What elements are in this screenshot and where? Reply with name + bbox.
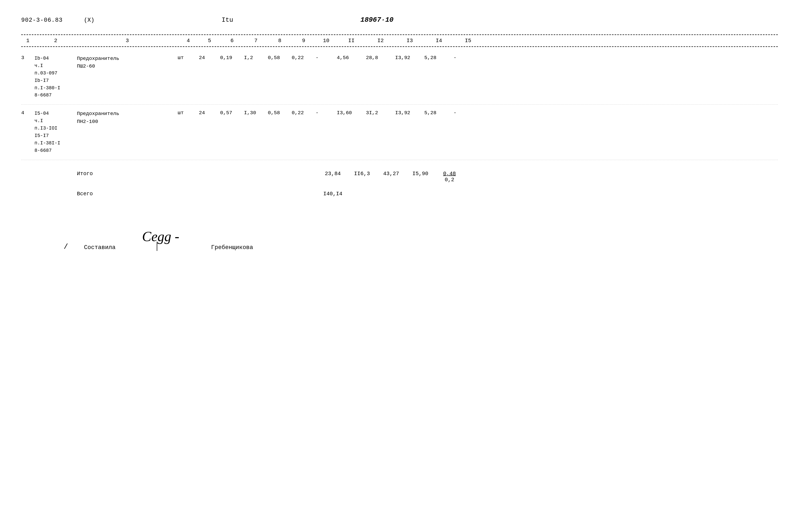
col-header-2: 2 bbox=[35, 38, 77, 44]
vsego-row: Всего I40,I4 bbox=[21, 191, 778, 197]
col-header-1: 1 bbox=[21, 38, 35, 44]
column-headers: 1 2 3 4 5 6 7 8 9 10 II I2 I3 I4 I5 bbox=[21, 35, 778, 47]
header: 902-3-06.83 (X) Itu 18967·10 bbox=[21, 16, 778, 24]
row2-col10: - bbox=[315, 110, 337, 116]
itogo-col15-top: 0,48 bbox=[443, 171, 456, 177]
table-row: 3 Ib-04 ч.I п.03-097 Ib-I7 п.I-380-I 8-6… bbox=[21, 50, 778, 104]
row1-col6: 0,19 bbox=[220, 55, 244, 61]
footer: / Составила Сеgg - Гребенщикова bbox=[21, 229, 778, 251]
row1-col7: I,2 bbox=[244, 55, 268, 61]
col-header-13: I3 bbox=[395, 38, 424, 44]
itogo-row: Итого 23,84 II6,3 43,27 I5,90 0,48 0,2 bbox=[21, 171, 778, 183]
row2-col14: 5,28 bbox=[424, 110, 453, 116]
vsego-col11: I40,I4 bbox=[318, 191, 347, 197]
row2-col6: 0,57 bbox=[220, 110, 244, 116]
row1-col12: 28,8 bbox=[366, 55, 395, 61]
itogo-col14: I5,90 bbox=[406, 171, 435, 177]
itogo-col15-bot: 0,2 bbox=[445, 177, 454, 183]
itu-label: Itu bbox=[222, 16, 233, 23]
col-header-9: 9 bbox=[292, 38, 315, 44]
itogo-label: Итого bbox=[21, 171, 178, 177]
footer-name: Гребенщикова bbox=[211, 244, 253, 251]
itogo-col15: 0,48 0,2 bbox=[435, 171, 464, 183]
table-row: 4 I5-04 ч.I п.I3-IOI I5-I7 п.I-38I-I 8-6… bbox=[21, 104, 778, 160]
row2-col9: 0,22 bbox=[292, 110, 315, 116]
itogo-col11: 23,84 bbox=[318, 171, 347, 177]
row1-col8: 0,58 bbox=[268, 55, 292, 61]
footer-slash: / bbox=[63, 243, 68, 251]
doc-number: 902-3-06.83 bbox=[21, 17, 62, 23]
row1-num: 3 bbox=[21, 55, 35, 61]
itogo-col13: 43,27 bbox=[377, 171, 406, 177]
row1-col9: 0,22 bbox=[292, 55, 315, 61]
row2-col7: I,30 bbox=[244, 110, 268, 116]
row2-col15: - bbox=[453, 110, 483, 116]
row2-col12: 3I,2 bbox=[366, 110, 395, 116]
row2-col5: 24 bbox=[199, 110, 220, 116]
col-header-7: 7 bbox=[244, 38, 268, 44]
row2-num: 4 bbox=[21, 110, 35, 116]
row2-col13: I3,92 bbox=[395, 110, 424, 116]
col-header-6: 6 bbox=[220, 38, 244, 44]
col-header-8: 8 bbox=[268, 38, 292, 44]
row1-ref: Ib-04 ч.I п.03-097 Ib-I7 п.I-380-I 8-668… bbox=[35, 55, 77, 99]
row2-col8: 0,58 bbox=[268, 110, 292, 116]
col-header-3: 3 bbox=[77, 38, 178, 44]
itogo-col12: II6,3 bbox=[347, 171, 377, 177]
row1-col11: 4,56 bbox=[337, 55, 366, 61]
row1-name: Предохранитель ПШ2-60 bbox=[77, 55, 178, 71]
col-header-12: I2 bbox=[366, 38, 395, 44]
row1-col13: I3,92 bbox=[395, 55, 424, 61]
col-header-11: II bbox=[337, 38, 366, 44]
header-code: 18967·10 bbox=[360, 16, 394, 24]
vsego-label: Всего bbox=[21, 191, 178, 197]
col-header-4: 4 bbox=[178, 38, 199, 44]
totals-section: Итого 23,84 II6,3 43,27 I5,90 0,48 0,2 В… bbox=[21, 171, 778, 197]
footer-signature: Сеgg - bbox=[142, 229, 179, 251]
col-header-15: I5 bbox=[453, 38, 483, 44]
col-header-10: 10 bbox=[315, 38, 337, 44]
row1-col5: 24 bbox=[199, 55, 220, 61]
row1-col10: - bbox=[315, 55, 337, 61]
row1-col15: - bbox=[453, 55, 483, 61]
row1-unit: шт bbox=[178, 55, 199, 61]
col-header-5: 5 bbox=[199, 38, 220, 44]
row2-ref: I5-04 ч.I п.I3-IOI I5-I7 п.I-38I-I 8-668… bbox=[35, 110, 77, 154]
row2-name: Предохранитель ПН2-100 bbox=[77, 110, 178, 126]
footer-label: Составила bbox=[84, 244, 115, 251]
row1-col14: 5,28 bbox=[424, 55, 453, 61]
row2-unit: шт bbox=[178, 110, 199, 116]
row2-col11: I3,60 bbox=[337, 110, 366, 116]
x-label: (X) bbox=[84, 17, 94, 23]
col-header-14: I4 bbox=[424, 38, 453, 44]
